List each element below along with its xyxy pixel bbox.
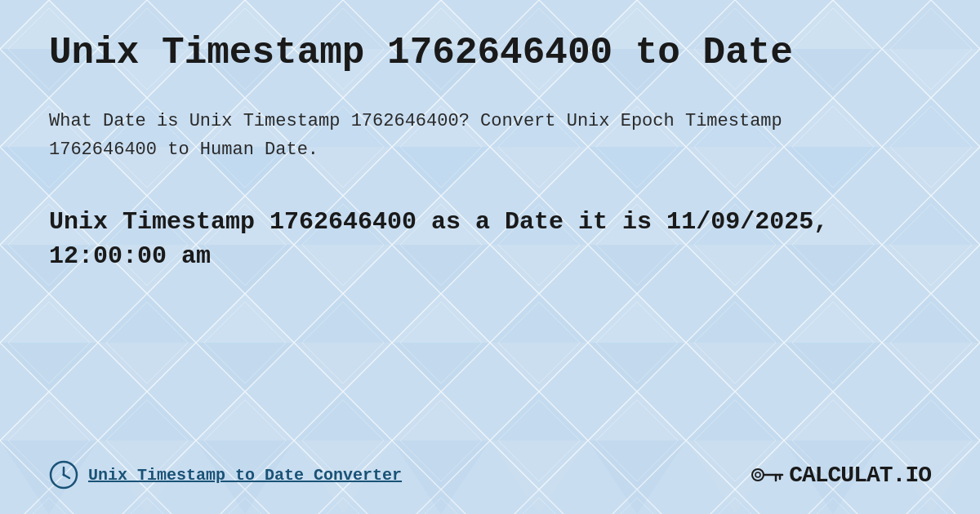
svg-point-158 bbox=[63, 474, 65, 476]
footer-link[interactable]: Unix Timestamp to Date Converter bbox=[88, 466, 402, 485]
footer: Unix Timestamp to Date Converter CALCULA… bbox=[49, 460, 931, 490]
calculat-logo-icon bbox=[751, 463, 784, 487]
calculat-logo-text: CALCULAT.IO bbox=[789, 463, 931, 488]
page-title: Unix Timestamp 1762646400 to Date bbox=[49, 33, 931, 74]
clock-icon bbox=[49, 460, 78, 490]
result-text: Unix Timestamp 1762646400 as a Date it i… bbox=[49, 205, 931, 273]
svg-point-159 bbox=[752, 469, 764, 481]
calculat-logo[interactable]: CALCULAT.IO bbox=[751, 463, 931, 488]
result-section: Unix Timestamp 1762646400 as a Date it i… bbox=[49, 205, 931, 273]
svg-point-160 bbox=[755, 472, 760, 477]
page-description: What Date is Unix Timestamp 1762646400? … bbox=[49, 107, 784, 164]
footer-left[interactable]: Unix Timestamp to Date Converter bbox=[49, 460, 402, 490]
